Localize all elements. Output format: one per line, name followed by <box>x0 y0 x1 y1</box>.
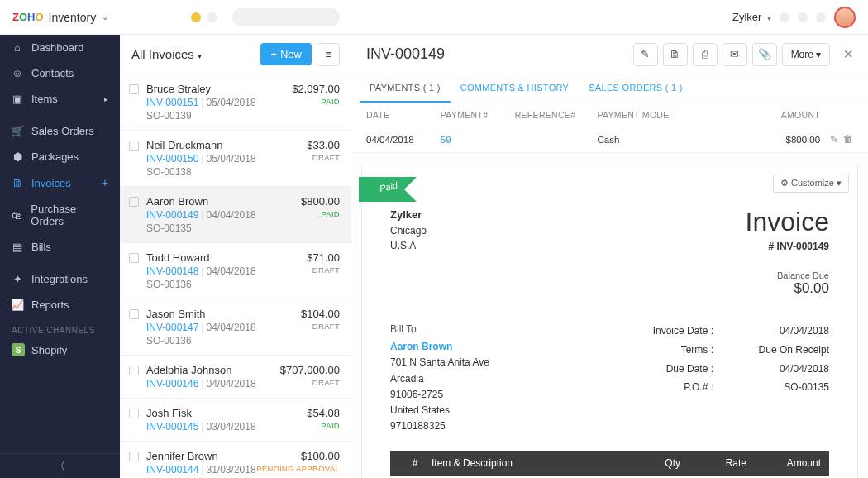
invoice-icon: 🗎 <box>12 177 23 189</box>
col-date: DATE <box>366 110 441 120</box>
org-switcher[interactable]: Zylker ▾ <box>732 11 771 23</box>
invoice-row[interactable]: Aaron Brown$800.00PAIDINV-000149|04/04/2… <box>120 187 351 243</box>
checkbox[interactable] <box>129 366 139 375</box>
payment-link[interactable]: 59 <box>441 135 451 145</box>
paid-ribbon: Paid <box>359 177 425 202</box>
edit-icon[interactable]: ✎ <box>830 134 838 146</box>
invoice-link[interactable]: INV-000147 <box>146 322 198 333</box>
checkbox[interactable] <box>129 141 139 151</box>
home-icon: ⌂ <box>12 42 23 54</box>
sidebar: ⌂Dashboard ☺Contacts ▣Items▸ 🛒Sales Orde… <box>0 35 120 478</box>
customize-button[interactable]: ⚙ Customize ▾ <box>773 174 849 193</box>
col-mode: PAYMENT MODE <box>598 110 746 120</box>
checkbox[interactable] <box>129 309 139 319</box>
invoice-row[interactable]: Neil Druckmann$33.00DRAFTINV-000150|05/0… <box>120 131 351 187</box>
checkbox[interactable] <box>129 409 139 418</box>
sidebar-collapse[interactable]: 〈 <box>0 453 120 478</box>
sidebar-item-integrations[interactable]: ✦Integrations <box>0 266 120 292</box>
chart-icon: 📈 <box>12 299 23 311</box>
invoice-meta: Invoice Date :04/04/2018 Terms :Due On R… <box>639 322 829 434</box>
new-button[interactable]: + New <box>260 43 312 65</box>
detail-title: INV-000149 <box>366 45 445 63</box>
invoice-heading: Invoice <box>746 207 829 237</box>
payments-table: DATE PAYMENT# REFERENCE# PAYMENT MODE AM… <box>351 103 868 153</box>
product-name: Inventory <box>49 11 97 24</box>
print-button[interactable]: ⎙ <box>693 43 718 66</box>
sidebar-item-bills[interactable]: ▤Bills <box>0 234 120 260</box>
billto-name[interactable]: Aaron Brown <box>390 339 489 355</box>
invoice-row[interactable]: Josh Fisk$54.08PAIDINV-000145|03/04/2018 <box>120 399 351 442</box>
invoice-link[interactable]: INV-000145 <box>146 421 198 433</box>
more-button[interactable]: More ▾ <box>782 43 831 66</box>
plug-icon: ✦ <box>12 274 23 285</box>
col-reference: REFERENCE# <box>515 110 598 120</box>
search-input[interactable] <box>232 8 340 26</box>
tab-salesorders[interactable]: SALES ORDERS ( 1 ) <box>579 74 693 103</box>
topbar: ZOHO Inventory ⌄ Zylker ▾ <box>0 0 868 35</box>
invoice-link[interactable]: INV-000150 <box>146 153 198 165</box>
attach-button[interactable]: 📎 <box>752 43 777 66</box>
invoice-list-panel: All Invoices ▾ + New ≡ Bruce Straley$2,0… <box>120 35 351 478</box>
bag-icon: 🛍 <box>12 209 22 221</box>
invoice-link[interactable]: INV-000148 <box>146 265 198 277</box>
bill-to: Bill To Aaron Brown 701 N Santa Anita Av… <box>390 322 489 434</box>
pdf-button[interactable]: 🗎 <box>663 43 688 66</box>
checkbox[interactable] <box>129 197 139 207</box>
tab-comments[interactable]: COMMENTS & HISTORY <box>451 74 579 103</box>
sidebar-item-salesorders[interactable]: 🛒Sales Orders <box>0 118 120 144</box>
invoice-link[interactable]: INV-000151 <box>146 97 198 108</box>
sidebar-item-items[interactable]: ▣Items▸ <box>0 86 120 112</box>
checkbox[interactable] <box>129 253 139 263</box>
close-icon[interactable]: × <box>843 45 853 64</box>
invoice-row[interactable]: Adelphia Johnson$707,000.00DRAFTINV-0001… <box>120 356 351 399</box>
sidebar-item-packages[interactable]: ⬢Packages <box>0 144 120 170</box>
company-block: Zylker Chicago U.S.A <box>390 207 427 297</box>
avatar[interactable] <box>834 7 856 28</box>
checkbox[interactable] <box>129 452 139 461</box>
user-icon: ☺ <box>12 68 23 79</box>
bill-icon: ▤ <box>12 241 23 253</box>
email-button[interactable]: ✉ <box>723 43 747 66</box>
chevron-left-icon: 〈 <box>55 459 65 474</box>
col-amount: AMOUNT <box>746 110 820 120</box>
sidebar-item-reports[interactable]: 📈Reports <box>0 292 120 318</box>
invoice-row[interactable]: Todd Howard$71.00DRAFTINV-000148|04/04/2… <box>120 243 351 299</box>
col-payment-num: PAYMENT# <box>441 110 515 120</box>
invoice-row[interactable]: Jason Smith$104.00DRAFTINV-000147|04/04/… <box>120 299 351 356</box>
chevron-down-icon[interactable]: ⌄ <box>102 12 108 22</box>
line-items-table: # Item & Description Qty Rate Amount 1 A… <box>390 451 829 478</box>
chevron-right-icon: ▸ <box>104 95 108 103</box>
cart-icon: 🛒 <box>12 126 23 137</box>
sidebar-item-dashboard[interactable]: ⌂Dashboard <box>0 35 120 60</box>
logo[interactable]: ZOHO Inventory ⌄ <box>12 11 108 24</box>
detail-tabs: PAYMENTS ( 1 ) COMMENTS & HISTORY SALES … <box>351 74 868 103</box>
list-menu-button[interactable]: ≡ <box>317 43 340 66</box>
invoice-document: Paid ⚙ Customize ▾ Zylker Chicago U.S.A … <box>361 165 858 478</box>
invoice-number: # INV-000149 <box>746 241 829 252</box>
sidebar-section-label: ACTIVE CHANNELS <box>0 318 120 338</box>
sidebar-item-invoices[interactable]: 🗎Invoices+ <box>0 170 120 196</box>
plus-icon[interactable]: + <box>102 176 108 189</box>
invoice-row[interactable]: Jennifer Brown$100.00PENDING APPROVALINV… <box>120 442 351 478</box>
tab-payments[interactable]: PAYMENTS ( 1 ) <box>360 74 451 103</box>
package-icon: ⬢ <box>12 151 23 163</box>
list-title[interactable]: All Invoices ▾ <box>131 47 202 61</box>
invoice-link[interactable]: INV-000149 <box>146 209 198 221</box>
shopify-icon: S <box>12 343 25 356</box>
payment-row: 04/04/2018 59 Cash $800.00 ✎🗑 <box>351 127 868 153</box>
edit-button[interactable]: ✎ <box>633 43 658 66</box>
app-switcher-dots <box>191 8 340 26</box>
invoice-link[interactable]: INV-000144 <box>146 464 198 476</box>
invoice-link[interactable]: INV-000146 <box>146 378 198 390</box>
balance-due: Balance Due $0.00 <box>746 270 829 297</box>
box-icon: ▣ <box>12 93 23 105</box>
sidebar-item-purchaseorders[interactable]: 🛍Purchase Orders <box>0 196 120 234</box>
invoice-row[interactable]: Bruce Straley$2,097.00PAIDINV-000151|05/… <box>120 74 351 131</box>
detail-panel: INV-000149 ✎ 🗎 ⎙ ✉ 📎 More ▾ × PAYMENTS (… <box>351 35 868 478</box>
sidebar-channel-shopify[interactable]: SShopify <box>0 338 120 361</box>
checkbox[interactable] <box>129 84 139 94</box>
delete-icon[interactable]: 🗑 <box>843 134 853 146</box>
sidebar-item-contacts[interactable]: ☺Contacts <box>0 60 120 86</box>
